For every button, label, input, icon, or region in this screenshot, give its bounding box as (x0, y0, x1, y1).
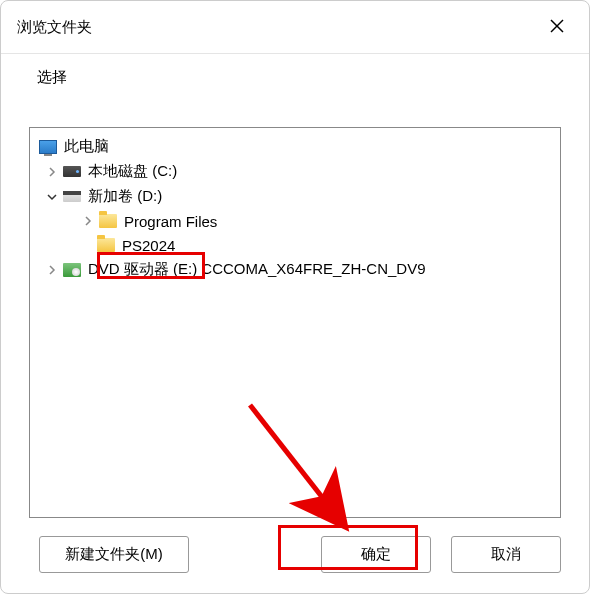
tree-item-label: 此电脑 (64, 137, 109, 156)
folder-icon (98, 212, 118, 230)
folder-icon (96, 236, 116, 254)
dialog-footer: 新建文件夹(M) 确定 取消 (1, 518, 589, 593)
close-icon (550, 19, 564, 36)
tree-item-ps2024[interactable]: PS2024 (34, 233, 556, 257)
tree-item-label: Program Files (124, 213, 217, 230)
tree-item-program-files[interactable]: Program Files (34, 209, 556, 233)
chevron-right-icon[interactable] (80, 213, 96, 229)
disk-icon (62, 188, 82, 206)
tree-item-label: PS2024 (122, 237, 175, 254)
pc-icon (38, 138, 58, 156)
tree-item-pc[interactable]: 此电脑 (34, 134, 556, 159)
browse-folder-dialog: 浏览文件夹 选择 此电脑 本地磁盘 (C:) (0, 0, 590, 594)
titlebar: 浏览文件夹 (1, 1, 589, 54)
chevron-down-icon[interactable] (44, 189, 60, 205)
ok-button[interactable]: 确定 (321, 536, 431, 573)
tree-item-disk-d[interactable]: 新加卷 (D:) (34, 184, 556, 209)
chevron-right-icon[interactable] (44, 262, 60, 278)
close-button[interactable] (541, 11, 573, 43)
dvd-icon (62, 261, 82, 279)
prompt-label: 选择 (29, 68, 561, 87)
tree-item-label: DVD 驱动器 (E:) CCCOMA_X64FRE_ZH-CN_DV9 (88, 260, 426, 279)
disk-icon (62, 163, 82, 181)
new-folder-button[interactable]: 新建文件夹(M) (39, 536, 189, 573)
tree-item-label: 新加卷 (D:) (88, 187, 162, 206)
window-title: 浏览文件夹 (17, 18, 92, 37)
chevron-right-icon[interactable] (44, 164, 60, 180)
tree-item-label: 本地磁盘 (C:) (88, 162, 177, 181)
tree-item-dvd[interactable]: DVD 驱动器 (E:) CCCOMA_X64FRE_ZH-CN_DV9 (34, 257, 556, 282)
tree-item-disk-c[interactable]: 本地磁盘 (C:) (34, 159, 556, 184)
folder-tree[interactable]: 此电脑 本地磁盘 (C:) 新加卷 (D:) (29, 127, 561, 518)
dialog-content: 选择 此电脑 本地磁盘 (C:) 新加卷 (D:) (1, 54, 589, 518)
cancel-button[interactable]: 取消 (451, 536, 561, 573)
